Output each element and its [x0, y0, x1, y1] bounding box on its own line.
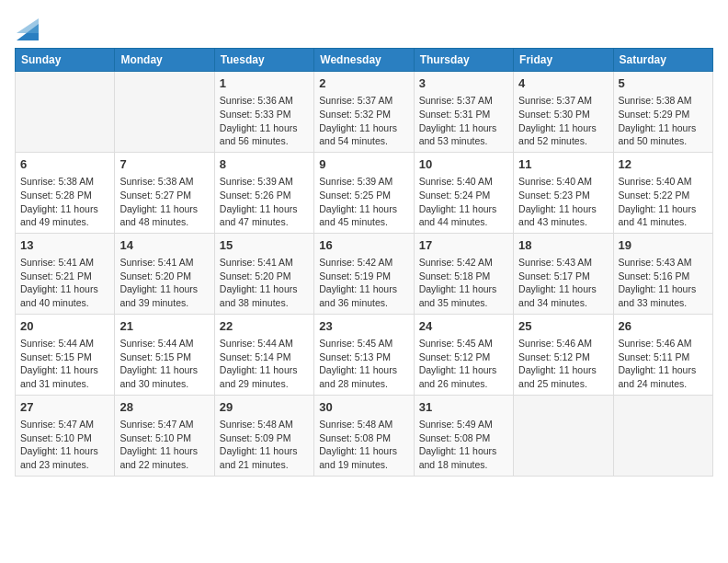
sunset-text: Sunset: 5:27 PM — [119, 190, 191, 201]
sunset-text: Sunset: 5:12 PM — [518, 351, 590, 362]
daylight-text: Daylight: 11 hours and 50 minutes. — [619, 122, 697, 147]
calendar-cell: 12Sunrise: 5:40 AMSunset: 5:22 PMDayligh… — [613, 152, 712, 233]
sunrise-text: Sunrise: 5:44 AM — [119, 338, 193, 349]
sunrise-text: Sunrise: 5:39 AM — [319, 176, 392, 187]
day-number: 23 — [319, 318, 408, 335]
daylight-text: Daylight: 11 hours and 35 minutes. — [419, 283, 497, 308]
daylight-text: Daylight: 11 hours and 49 minutes. — [20, 203, 98, 228]
day-number: 25 — [518, 318, 608, 335]
calendar-cell — [16, 72, 115, 153]
calendar-week-row: 1Sunrise: 5:36 AMSunset: 5:33 PMDaylight… — [16, 72, 713, 153]
daylight-text: Daylight: 11 hours and 25 minutes. — [518, 364, 597, 389]
weekday-header: Friday — [514, 49, 613, 72]
sunset-text: Sunset: 5:13 PM — [319, 351, 391, 362]
daylight-text: Daylight: 11 hours and 18 minutes. — [419, 445, 497, 470]
sunset-text: Sunset: 5:19 PM — [319, 270, 391, 282]
daylight-text: Daylight: 11 hours and 47 minutes. — [220, 203, 298, 228]
sunset-text: Sunset: 5:15 PM — [119, 351, 191, 362]
sunset-text: Sunset: 5:22 PM — [619, 190, 690, 201]
sunset-text: Sunset: 5:24 PM — [419, 190, 491, 201]
daylight-text: Daylight: 11 hours and 48 minutes. — [119, 203, 198, 228]
sunset-text: Sunset: 5:32 PM — [319, 109, 391, 120]
calendar-cell: 9Sunrise: 5:39 AMSunset: 5:25 PMDaylight… — [314, 152, 414, 233]
calendar-table: SundayMondayTuesdayWednesdayThursdayFrid… — [15, 48, 713, 477]
sunrise-text: Sunrise: 5:40 AM — [419, 176, 493, 187]
daylight-text: Daylight: 11 hours and 31 minutes. — [20, 364, 98, 389]
sunrise-text: Sunrise: 5:41 AM — [119, 257, 193, 268]
daylight-text: Daylight: 11 hours and 22 minutes. — [119, 445, 198, 470]
daylight-text: Daylight: 11 hours and 21 minutes. — [220, 445, 298, 470]
calendar-cell: 10Sunrise: 5:40 AMSunset: 5:24 PMDayligh… — [414, 152, 513, 233]
daylight-text: Daylight: 11 hours and 45 minutes. — [319, 203, 397, 228]
calendar-cell: 31Sunrise: 5:49 AMSunset: 5:08 PMDayligh… — [414, 395, 513, 476]
calendar-cell: 17Sunrise: 5:42 AMSunset: 5:18 PMDayligh… — [414, 233, 513, 314]
calendar-cell: 28Sunrise: 5:47 AMSunset: 5:10 PMDayligh… — [115, 395, 214, 476]
sunrise-text: Sunrise: 5:37 AM — [518, 95, 592, 106]
calendar-cell — [613, 395, 712, 476]
calendar-week-row: 20Sunrise: 5:44 AMSunset: 5:15 PMDayligh… — [16, 314, 713, 395]
sunset-text: Sunset: 5:26 PM — [220, 190, 291, 201]
calendar-cell: 24Sunrise: 5:45 AMSunset: 5:12 PMDayligh… — [414, 314, 513, 395]
daylight-text: Daylight: 11 hours and 52 minutes. — [518, 122, 597, 147]
sunrise-text: Sunrise: 5:47 AM — [119, 419, 193, 430]
sunrise-text: Sunrise: 5:48 AM — [319, 419, 392, 430]
sunrise-text: Sunrise: 5:40 AM — [619, 176, 692, 187]
calendar-cell: 4Sunrise: 5:37 AMSunset: 5:30 PMDaylight… — [514, 72, 613, 153]
page-header — [15, 15, 713, 40]
calendar-cell: 23Sunrise: 5:45 AMSunset: 5:13 PMDayligh… — [314, 314, 414, 395]
sunset-text: Sunset: 5:20 PM — [119, 270, 191, 282]
sunset-text: Sunset: 5:17 PM — [518, 270, 590, 282]
sunrise-text: Sunrise: 5:43 AM — [518, 257, 592, 268]
sunset-text: Sunset: 5:31 PM — [419, 109, 491, 120]
weekday-header: Wednesday — [314, 49, 414, 72]
day-number: 5 — [619, 75, 708, 92]
daylight-text: Daylight: 11 hours and 30 minutes. — [119, 364, 198, 389]
sunset-text: Sunset: 5:16 PM — [619, 270, 690, 282]
daylight-text: Daylight: 11 hours and 44 minutes. — [419, 203, 497, 228]
sunset-text: Sunset: 5:30 PM — [518, 109, 590, 120]
daylight-text: Daylight: 11 hours and 40 minutes. — [20, 283, 98, 308]
sunset-text: Sunset: 5:12 PM — [419, 351, 491, 362]
calendar-cell: 25Sunrise: 5:46 AMSunset: 5:12 PMDayligh… — [514, 314, 613, 395]
sunset-text: Sunset: 5:33 PM — [220, 109, 291, 120]
sunrise-text: Sunrise: 5:38 AM — [119, 176, 193, 187]
sunrise-text: Sunrise: 5:44 AM — [20, 338, 94, 349]
day-number: 17 — [419, 237, 508, 254]
sunrise-text: Sunrise: 5:39 AM — [220, 176, 293, 187]
calendar-cell: 26Sunrise: 5:46 AMSunset: 5:11 PMDayligh… — [613, 314, 712, 395]
daylight-text: Daylight: 11 hours and 29 minutes. — [220, 364, 298, 389]
sunrise-text: Sunrise: 5:41 AM — [220, 257, 293, 268]
sunset-text: Sunset: 5:23 PM — [518, 190, 590, 201]
calendar-cell: 29Sunrise: 5:48 AMSunset: 5:09 PMDayligh… — [214, 395, 313, 476]
daylight-text: Daylight: 11 hours and 24 minutes. — [619, 364, 697, 389]
daylight-text: Daylight: 11 hours and 19 minutes. — [319, 445, 397, 470]
sunset-text: Sunset: 5:08 PM — [419, 432, 491, 443]
sunset-text: Sunset: 5:10 PM — [20, 432, 92, 443]
day-number: 31 — [419, 399, 508, 416]
day-number: 21 — [119, 318, 209, 335]
day-number: 6 — [20, 156, 109, 173]
sunrise-text: Sunrise: 5:36 AM — [220, 95, 293, 106]
day-number: 13 — [20, 237, 109, 254]
day-number: 30 — [319, 399, 408, 416]
sunrise-text: Sunrise: 5:38 AM — [20, 176, 94, 187]
day-number: 20 — [20, 318, 109, 335]
daylight-text: Daylight: 11 hours and 34 minutes. — [518, 283, 597, 308]
day-number: 28 — [119, 399, 209, 416]
day-number: 18 — [518, 237, 608, 254]
daylight-text: Daylight: 11 hours and 36 minutes. — [319, 283, 397, 308]
day-number: 22 — [220, 318, 309, 335]
sunrise-text: Sunrise: 5:48 AM — [220, 419, 293, 430]
sunset-text: Sunset: 5:08 PM — [319, 432, 391, 443]
sunset-text: Sunset: 5:15 PM — [20, 351, 92, 362]
weekday-header: Tuesday — [214, 49, 313, 72]
sunset-text: Sunset: 5:25 PM — [319, 190, 391, 201]
calendar-cell: 8Sunrise: 5:39 AMSunset: 5:26 PMDaylight… — [214, 152, 313, 233]
calendar-cell: 11Sunrise: 5:40 AMSunset: 5:23 PMDayligh… — [514, 152, 613, 233]
calendar-week-row: 13Sunrise: 5:41 AMSunset: 5:21 PMDayligh… — [16, 233, 713, 314]
sunrise-text: Sunrise: 5:45 AM — [419, 338, 493, 349]
sunrise-text: Sunrise: 5:41 AM — [20, 257, 94, 268]
sunset-text: Sunset: 5:18 PM — [419, 270, 491, 282]
sunrise-text: Sunrise: 5:38 AM — [619, 95, 692, 106]
day-number: 8 — [220, 156, 309, 173]
